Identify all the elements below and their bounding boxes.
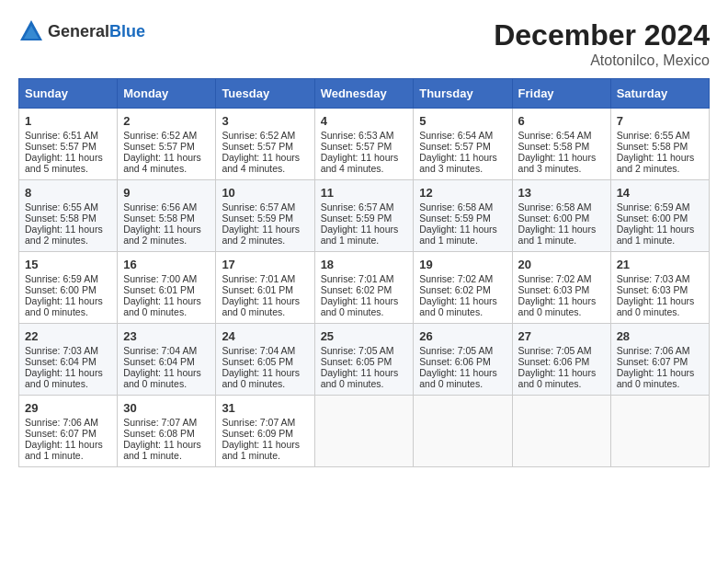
sunrise-text: Sunrise: 6:57 AM: [222, 201, 295, 213]
daylight-text: Daylight: 11 hours and 0 minutes.: [321, 367, 399, 389]
day-number: 21: [617, 258, 703, 271]
calendar-cell: 28Sunrise: 7:06 AMSunset: 6:07 PMDayligh…: [610, 324, 709, 396]
sunset-text: Sunset: 6:04 PM: [123, 356, 195, 367]
daylight-text: Daylight: 11 hours and 2 minutes.: [222, 224, 300, 246]
sunset-text: Sunset: 6:06 PM: [419, 356, 491, 367]
day-number: 6: [518, 114, 605, 128]
sunrise-text: Sunrise: 7:07 AM: [222, 417, 295, 428]
weekday-header: Sunday: [19, 79, 118, 109]
calendar-cell: 11Sunrise: 6:57 AMSunset: 5:59 PMDayligh…: [314, 180, 414, 252]
daylight-text: Daylight: 11 hours and 0 minutes.: [222, 367, 300, 389]
sunrise-text: Sunrise: 7:05 AM: [419, 345, 493, 356]
sunrise-text: Sunrise: 7:05 AM: [518, 345, 592, 356]
day-number: 11: [321, 186, 408, 200]
day-number: 29: [25, 401, 111, 415]
sunset-text: Sunset: 6:07 PM: [617, 356, 688, 367]
day-number: 12: [419, 186, 506, 200]
sunset-text: Sunset: 6:04 PM: [25, 356, 97, 367]
day-number: 10: [222, 186, 308, 200]
sunset-text: Sunset: 6:08 PM: [123, 428, 195, 439]
daylight-text: Daylight: 11 hours and 1 minute.: [222, 439, 300, 461]
day-number: 17: [222, 258, 308, 271]
sunset-text: Sunset: 6:03 PM: [617, 284, 688, 295]
daylight-text: Daylight: 11 hours and 0 minutes.: [518, 295, 597, 317]
location-title: Atotonilco, Mexico: [494, 52, 710, 69]
daylight-text: Daylight: 11 hours and 0 minutes.: [123, 295, 201, 317]
sunset-text: Sunset: 5:58 PM: [25, 213, 97, 224]
sunset-text: Sunset: 5:58 PM: [617, 141, 688, 152]
sunset-text: Sunset: 5:59 PM: [419, 213, 491, 224]
logo-text: GeneralBlue: [48, 22, 145, 41]
calendar-cell: 22Sunrise: 7:03 AMSunset: 6:04 PMDayligh…: [19, 324, 118, 396]
calendar-cell: 8Sunrise: 6:55 AMSunset: 5:58 PMDaylight…: [19, 180, 118, 252]
daylight-text: Daylight: 11 hours and 2 minutes.: [25, 224, 103, 246]
weekday-header: Monday: [118, 79, 216, 109]
daylight-text: Daylight: 11 hours and 3 minutes.: [518, 152, 597, 174]
day-number: 14: [617, 186, 703, 200]
daylight-text: Daylight: 11 hours and 0 minutes.: [321, 295, 399, 317]
sunrise-text: Sunrise: 6:57 AM: [321, 201, 394, 213]
calendar-cell: 26Sunrise: 7:05 AMSunset: 6:06 PMDayligh…: [414, 324, 512, 396]
calendar-cell: 15Sunrise: 6:59 AMSunset: 6:00 PMDayligh…: [19, 252, 118, 324]
calendar-cell: 1Sunrise: 6:51 AMSunset: 5:57 PMDaylight…: [19, 109, 118, 180]
sunset-text: Sunset: 6:02 PM: [419, 284, 491, 295]
daylight-text: Daylight: 11 hours and 1 minute.: [321, 224, 399, 246]
sunrise-text: Sunrise: 6:55 AM: [617, 130, 690, 141]
sunrise-text: Sunrise: 6:55 AM: [25, 201, 98, 213]
daylight-text: Daylight: 11 hours and 1 minute.: [25, 439, 103, 461]
sunrise-text: Sunrise: 6:52 AM: [123, 130, 197, 141]
sunrise-text: Sunrise: 6:58 AM: [419, 201, 493, 213]
day-number: 1: [25, 114, 111, 128]
day-number: 18: [321, 258, 408, 271]
sunset-text: Sunset: 5:57 PM: [419, 141, 491, 152]
calendar-cell: 18Sunrise: 7:01 AMSunset: 6:02 PMDayligh…: [314, 252, 414, 324]
sunset-text: Sunset: 6:02 PM: [321, 284, 392, 295]
calendar-cell: 13Sunrise: 6:58 AMSunset: 6:00 PMDayligh…: [512, 180, 610, 252]
daylight-text: Daylight: 11 hours and 0 minutes.: [518, 367, 597, 389]
calendar-cell: 10Sunrise: 6:57 AMSunset: 5:59 PMDayligh…: [216, 180, 314, 252]
sunset-text: Sunset: 6:05 PM: [222, 356, 293, 367]
sunrise-text: Sunrise: 7:00 AM: [123, 273, 197, 284]
sunset-text: Sunset: 5:57 PM: [123, 141, 195, 152]
calendar-table: SundayMondayTuesdayWednesdayThursdayFrid…: [18, 78, 710, 467]
sunset-text: Sunset: 5:58 PM: [518, 141, 590, 152]
daylight-text: Daylight: 11 hours and 0 minutes.: [617, 367, 695, 389]
sunrise-text: Sunrise: 6:59 AM: [617, 201, 690, 213]
day-number: 7: [617, 114, 703, 128]
day-number: 24: [222, 329, 308, 343]
weekday-header: Thursday: [414, 79, 512, 109]
day-number: 4: [321, 114, 408, 128]
logo: GeneralBlue: [18, 18, 145, 44]
calendar-cell: 21Sunrise: 7:03 AMSunset: 6:03 PMDayligh…: [610, 252, 709, 324]
weekday-header: Saturday: [610, 79, 709, 109]
day-number: 20: [518, 258, 605, 271]
sunrise-text: Sunrise: 6:59 AM: [25, 273, 98, 284]
day-number: 28: [617, 329, 703, 343]
calendar-cell: 29Sunrise: 7:06 AMSunset: 6:07 PMDayligh…: [19, 396, 118, 467]
calendar-cell: 9Sunrise: 6:56 AMSunset: 5:58 PMDaylight…: [118, 180, 216, 252]
sunset-text: Sunset: 6:03 PM: [518, 284, 590, 295]
calendar-cell: 17Sunrise: 7:01 AMSunset: 6:01 PMDayligh…: [216, 252, 314, 324]
daylight-text: Daylight: 11 hours and 0 minutes.: [222, 295, 300, 317]
day-number: 22: [25, 329, 111, 343]
weekday-header: Wednesday: [314, 79, 414, 109]
calendar-cell: 12Sunrise: 6:58 AMSunset: 5:59 PMDayligh…: [414, 180, 512, 252]
calendar-cell: 3Sunrise: 6:52 AMSunset: 5:57 PMDaylight…: [216, 109, 314, 180]
daylight-text: Daylight: 11 hours and 1 minute.: [617, 224, 695, 246]
day-number: 30: [123, 401, 210, 415]
sunrise-text: Sunrise: 6:53 AM: [321, 130, 394, 141]
calendar-cell: 4Sunrise: 6:53 AMSunset: 5:57 PMDaylight…: [314, 109, 414, 180]
sunrise-text: Sunrise: 6:52 AM: [222, 130, 295, 141]
daylight-text: Daylight: 11 hours and 1 minute.: [123, 439, 201, 461]
logo-blue: Blue: [109, 22, 145, 40]
sunset-text: Sunset: 6:00 PM: [25, 284, 97, 295]
sunrise-text: Sunrise: 6:54 AM: [518, 130, 592, 141]
sunset-text: Sunset: 6:06 PM: [518, 356, 590, 367]
logo-general: General: [48, 22, 109, 40]
day-number: 5: [419, 114, 506, 128]
calendar-cell: [414, 396, 512, 467]
day-number: 13: [518, 186, 605, 200]
day-number: 2: [123, 114, 210, 128]
calendar-cell: 2Sunrise: 6:52 AMSunset: 5:57 PMDaylight…: [118, 109, 216, 180]
sunrise-text: Sunrise: 7:04 AM: [222, 345, 295, 356]
